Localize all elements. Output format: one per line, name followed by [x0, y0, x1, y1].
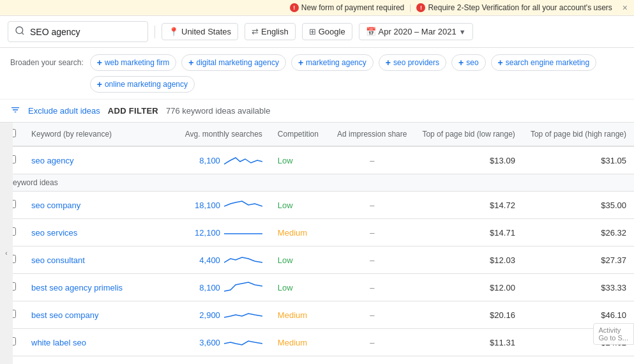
sparkline-svg: [224, 197, 262, 213]
chip-search-engine-marketing[interactable]: + search engine marketing: [491, 54, 597, 71]
chip-digital-marketing-agency[interactable]: + digital marketing agency: [181, 54, 286, 71]
main-keyword-link[interactable]: seo agency: [31, 156, 74, 165]
main-keyword-ad-cell: –: [329, 146, 414, 174]
idea-keyword-link[interactable]: seo services: [31, 228, 77, 238]
idea-keyword-link[interactable]: seo company: [31, 201, 80, 210]
idea-avg-cell: 2,900: [177, 301, 270, 329]
idea-ad-cell: –: [329, 301, 414, 329]
idea-bid-low-cell: $12.00: [414, 274, 522, 301]
idea-avg-cell: 3,600: [177, 329, 270, 356]
idea-bid-low-cell: $14.72: [414, 192, 522, 219]
header-ad-impression: Ad impression share: [329, 123, 414, 146]
notif-item-2: ! Require 2-Step Verification for all yo…: [416, 3, 612, 12]
chip-label: seo providers: [393, 58, 439, 67]
chip-marketing-agency[interactable]: + marketing agency: [291, 54, 374, 71]
idea-ad-cell: –: [329, 274, 414, 301]
sparkline-svg: [224, 153, 262, 168]
main-keyword-bid-high-cell: $31.05: [523, 146, 634, 174]
chip-plus-icon: +: [188, 57, 193, 68]
idea-keyword-link[interactable]: seo consultant: [31, 255, 85, 265]
sparkline-svg: [224, 307, 262, 322]
main-keyword-sparkline: 8,100: [199, 153, 262, 168]
search-icon: [15, 26, 25, 38]
filter-icon: [10, 105, 20, 117]
idea-ad-cell: –: [329, 356, 414, 365]
chip-label: web marketing firm: [105, 58, 169, 67]
chip-plus-icon: +: [298, 57, 303, 68]
idea-keyword-link[interactable]: best seo company: [31, 310, 99, 320]
svg-point-0: [16, 27, 23, 34]
idea-keyword-link[interactable]: best seo agency primelis: [31, 283, 123, 292]
header-competition: Competition: [270, 123, 329, 146]
notif-icon-2: !: [416, 3, 425, 12]
idea-bid-high-cell: $26.32: [523, 219, 634, 246]
main-keyword-bid-low-cell: $13.09: [414, 146, 522, 174]
idea-bid-high-cell: $33.33: [523, 274, 634, 301]
idea-comp-cell: Medium: [270, 301, 329, 329]
chip-seo-providers[interactable]: + seo providers: [379, 54, 446, 71]
table-row: seo services 12,100 Medium – $14.71 $26.…: [0, 219, 634, 246]
notif-close-button[interactable]: ×: [623, 3, 628, 13]
chip-label: search engine marketing: [506, 58, 589, 67]
idea-bid-high-cell: $27.37: [523, 246, 634, 274]
calendar-icon: 📅: [366, 27, 376, 36]
idea-comp-cell: Low: [270, 274, 329, 301]
idea-avg-cell: 12,100: [177, 219, 270, 246]
idea-sparkline: 12,100: [195, 225, 262, 240]
notif-divider: |: [409, 3, 411, 12]
idea-avg-cell: 8,100: [177, 274, 270, 301]
broaden-label: Broaden your search:: [10, 54, 84, 67]
notif-text-1: New form of payment required: [301, 3, 404, 12]
table-row: white label seo 3,600 Medium – $11.31 $2…: [0, 329, 634, 356]
location-pill[interactable]: 📍 United States: [162, 23, 238, 40]
idea-ad-cell: –: [329, 246, 414, 274]
idea-ad-cell: –: [329, 329, 414, 356]
main-keyword-row: seo agency 8,100 Low – $13.09 $31.05: [0, 146, 634, 174]
idea-bid-low-cell: $12.03: [414, 246, 522, 274]
chip-label: seo: [466, 58, 478, 67]
sparkline-svg: [224, 252, 262, 268]
search-input-wrap[interactable]: SEO agency: [8, 21, 148, 42]
chip-plus-icon: +: [97, 57, 102, 68]
idea-comp-cell: Low: [270, 246, 329, 274]
main-keyword-cell: seo agency: [24, 146, 177, 174]
notif-icon-1: !: [290, 3, 299, 12]
header-bid-low: Top of page bid (low range): [414, 123, 522, 146]
notification-bar: ! New form of payment required | ! Requi…: [0, 0, 634, 16]
keyword-ideas-label: Keyword ideas: [0, 174, 634, 192]
date-range-pill[interactable]: 📅 Apr 2020 – Mar 2021 ▼: [359, 23, 473, 40]
search-bar: SEO agency 📍 United States ⇄ English ⊞ G…: [0, 16, 634, 48]
sparkline-svg: [224, 225, 262, 240]
chip-label: digital marketing agency: [196, 58, 278, 67]
idea-comp-cell: Medium: [270, 219, 329, 246]
chip-web-marketing-firm[interactable]: + web marketing firm: [90, 54, 177, 71]
header-bid-high: Top of page bid (high range): [523, 123, 634, 146]
sparkline-svg: [224, 335, 262, 350]
chip-seo[interactable]: + seo: [451, 54, 486, 71]
date-range-text: Apr 2020 – Mar 2021: [379, 27, 457, 36]
idea-sparkline: 18,100: [195, 197, 262, 213]
idea-sparkline: 8,100: [199, 280, 262, 295]
idea-keyword-link[interactable]: white label seo: [31, 338, 86, 347]
language-pill[interactable]: ⇄ English: [245, 23, 296, 40]
idea-sparkline: 2,900: [199, 307, 262, 322]
notif-item-1: ! New form of payment required: [290, 3, 404, 12]
chip-online-marketing-agency[interactable]: + online marketing agency: [90, 76, 195, 93]
header-avg: Avg. monthly searches: [177, 123, 270, 146]
idea-keyword-cell: best seo agency primelis: [24, 274, 177, 301]
exclude-adult-link[interactable]: Exclude adult ideas: [28, 106, 100, 116]
idea-bid-high-cell: $24.00: [523, 356, 634, 365]
scroll-left-button[interactable]: ‹: [0, 123, 13, 364]
chips-container: + web marketing firm + digital marketing…: [90, 54, 624, 93]
idea-bid-low-cell: $14.71: [414, 219, 522, 246]
chip-plus-icon: +: [97, 79, 102, 89]
add-filter-button[interactable]: ADD FILTER: [108, 106, 158, 116]
engine-icon: ⊞: [309, 27, 316, 36]
engine-pill[interactable]: ⊞ Google: [302, 23, 352, 40]
idea-comp-cell: Medium: [270, 329, 329, 356]
main-keyword-avg-cell: 8,100: [177, 146, 270, 174]
table-header-row: Keyword (by relevance) Avg. monthly sear…: [0, 123, 634, 146]
idea-avg-cell: 4,400: [177, 246, 270, 274]
translate-icon: ⇄: [252, 27, 259, 36]
idea-bid-low-cell: $20.16: [414, 301, 522, 329]
